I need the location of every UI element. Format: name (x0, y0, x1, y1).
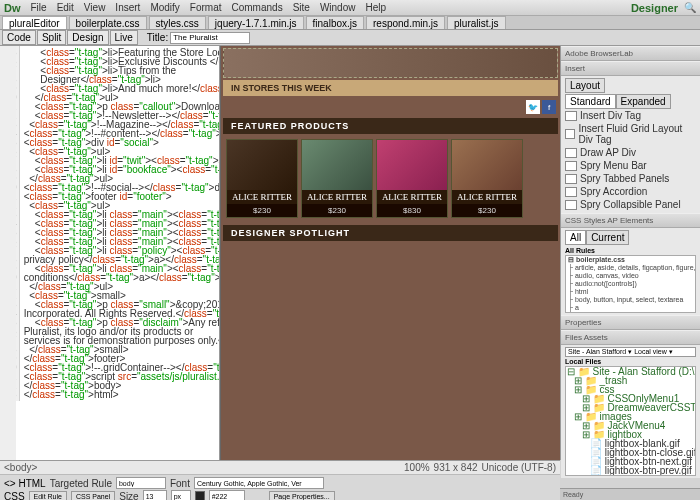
site-selector[interactable]: Site - Alan Stafford ▾ Local view ▾ (565, 347, 696, 357)
tag-selector[interactable]: <body> (4, 462, 37, 473)
title-input[interactable] (170, 32, 250, 44)
tab-styles[interactable]: styles.css (149, 16, 206, 29)
tab-respond[interactable]: respond.min.js (366, 16, 445, 29)
tab-pluralist[interactable]: pluralist.js (447, 16, 505, 29)
css-rule[interactable]: ├ a (566, 304, 695, 312)
file-tree-item[interactable]: 📄 lightbox-ico-loading.gif (566, 475, 695, 476)
menu-insert[interactable]: Insert (115, 2, 140, 13)
size-input[interactable] (143, 490, 167, 500)
tab-boilerplate[interactable]: boilerplate.css (69, 16, 147, 29)
spotlight-header: DESIGNER SPOTLIGHT (223, 225, 558, 241)
product-card[interactable]: ALICE RITTER$230 (226, 139, 298, 218)
product-image (452, 140, 522, 190)
insert-item[interactable]: Spry Menu Bar (565, 159, 696, 172)
code-pane[interactable]: 135 136 137 138 139 140 141 142 143 144 … (0, 46, 220, 460)
css-current[interactable]: Current (586, 230, 629, 245)
edit-rule-button[interactable]: Edit Rule (29, 491, 67, 501)
menu-edit[interactable]: Edit (57, 2, 74, 13)
tab-finalbox[interactable]: finalbox.js (306, 16, 364, 29)
zoom-level[interactable]: 100% (404, 462, 430, 473)
code-gutter (0, 46, 16, 460)
search-icon[interactable]: 🔍 (684, 2, 696, 13)
properties-header[interactable]: Properties (561, 315, 700, 330)
insert-item[interactable]: Spry Accordion (565, 185, 696, 198)
view-code[interactable]: Code (2, 30, 36, 45)
design-pane[interactable]: IN STORES THIS WEEK 🐦 f FEATURED PRODUCT… (220, 46, 560, 460)
css-rule[interactable]: ├ article, aside, details, figcaption, f… (566, 264, 695, 272)
menu-commands[interactable]: Commands (232, 2, 283, 13)
product-brand: ALICE RITTER (227, 190, 297, 204)
page-properties-button[interactable]: Page Properties... (269, 491, 335, 501)
product-card[interactable]: ALICE RITTER$230 (301, 139, 373, 218)
color-input[interactable] (209, 490, 245, 500)
css-rule[interactable]: ├ audio:not([controls]) (566, 280, 695, 288)
color-swatch[interactable] (195, 491, 205, 500)
product-price: $230 (227, 204, 297, 217)
menu-site[interactable]: Site (293, 2, 310, 13)
insert-item[interactable]: Spry Tabbed Panels (565, 172, 696, 185)
product-image (377, 140, 447, 190)
size-unit[interactable] (171, 490, 191, 500)
insert-icon (565, 200, 577, 210)
product-card[interactable]: ALICE RITTER$830 (376, 139, 448, 218)
product-card[interactable]: ALICE RITTER$230 (451, 139, 523, 218)
menu-window[interactable]: Window (320, 2, 356, 13)
menu-view[interactable]: View (84, 2, 106, 13)
product-brand: ALICE RITTER (452, 190, 522, 204)
menu-file[interactable]: File (31, 2, 47, 13)
rules-list[interactable]: ⊟ boilerplate.css ├ article, aside, deta… (565, 255, 696, 313)
encoding: Unicode (UTF-8) (482, 462, 556, 473)
insert-icon (565, 174, 577, 184)
product-price: $230 (302, 204, 372, 217)
css-rule[interactable]: ├ a:c (566, 312, 695, 313)
tab-jquery[interactable]: jquery-1.7.1.min.js (208, 16, 304, 29)
view-design[interactable]: Design (67, 30, 108, 45)
insert-panel-header[interactable]: Insert (561, 61, 700, 76)
view-live[interactable]: Live (110, 30, 138, 45)
social-icons: 🐦 f (221, 98, 560, 116)
product-price: $230 (452, 204, 522, 217)
insert-item[interactable]: Insert Fluid Grid Layout Div Tag (565, 122, 696, 146)
featured-header: FEATURED PRODUCTS (223, 118, 558, 134)
layout-expanded[interactable]: Expanded (616, 94, 671, 109)
menu-modify[interactable]: Modify (150, 2, 179, 13)
css-mode[interactable]: CSS (4, 491, 25, 501)
twitter-icon[interactable]: 🐦 (526, 100, 540, 114)
insert-item[interactable]: Draw AP Div (565, 146, 696, 159)
product-brand: ALICE RITTER (302, 190, 372, 204)
insert-icon (565, 187, 577, 197)
insert-item[interactable]: Spry Collapsible Panel (565, 198, 696, 211)
products-grid: ALICE RITTER$230 ALICE RITTER$230 ALICE … (223, 136, 558, 221)
targeted-rule-input[interactable] (116, 477, 166, 489)
workspace-switcher[interactable]: Designer (631, 2, 678, 14)
local-files-label: Local Files (565, 358, 696, 365)
view-toolbar: Code Split Design Live Title: (0, 30, 700, 46)
tab-pluraleditor[interactable]: pluralEditor (2, 16, 67, 29)
cssstyles-header[interactable]: CSS Styles AP Elements (561, 213, 700, 228)
right-panels: Adobe BrowserLab Insert Layout StandardE… (560, 46, 700, 460)
product-brand: ALICE RITTER (377, 190, 447, 204)
facebook-icon[interactable]: f (542, 100, 556, 114)
css-rule[interactable]: ├ html (566, 288, 695, 296)
status-bar: Ready (560, 488, 700, 500)
menu-format[interactable]: Format (190, 2, 222, 13)
insert-item[interactable]: Insert Div Tag (565, 109, 696, 122)
css-rule[interactable]: ├ body, button, input, select, textarea (566, 296, 695, 304)
insert-icon (565, 161, 577, 171)
css-rule[interactable]: ├ audio, canvas, video (566, 272, 695, 280)
css-panel-button[interactable]: CSS Panel (71, 491, 115, 501)
html-mode[interactable]: <> HTML (4, 478, 46, 489)
file-tree[interactable]: ⊟ 📁 Site - Alan Stafford (D:\Documents\A… (565, 366, 696, 476)
view-split[interactable]: Split (37, 30, 66, 45)
layout-standard[interactable]: Standard (565, 94, 616, 109)
product-price: $830 (377, 204, 447, 217)
instores-header: IN STORES THIS WEEK (223, 80, 558, 96)
font-input[interactable] (194, 477, 324, 489)
menu-help[interactable]: Help (365, 2, 386, 13)
code-content[interactable]: <class="t-tag">li>Featuring the Store Lo… (20, 46, 220, 401)
insert-icon (565, 129, 575, 139)
adobe-browserlab-header[interactable]: Adobe BrowserLab (561, 46, 700, 61)
layout-dropdown[interactable]: Layout (565, 78, 605, 93)
files-header[interactable]: Files Assets (561, 330, 700, 345)
css-all[interactable]: All (565, 230, 586, 245)
